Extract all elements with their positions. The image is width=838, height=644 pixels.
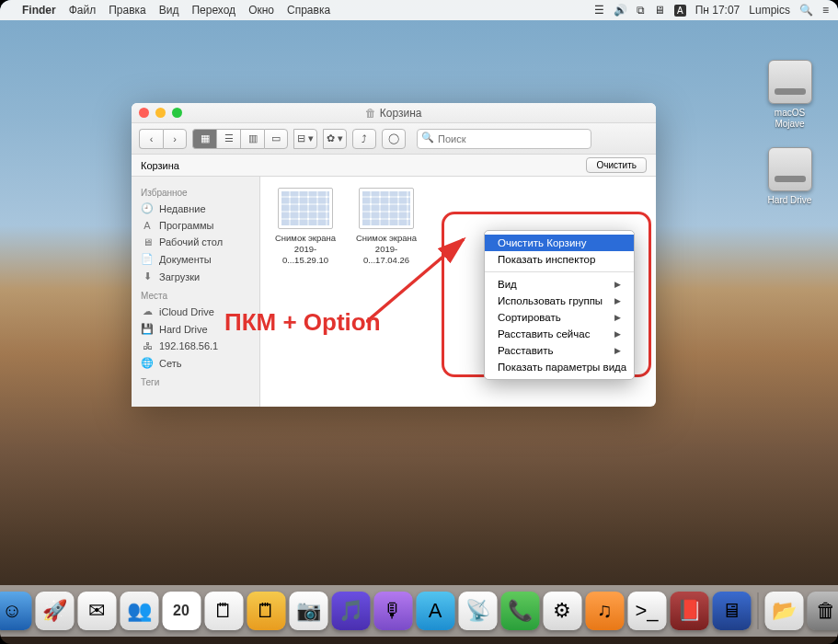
menu-file[interactable]: Файл — [69, 4, 97, 17]
context-menu-item[interactable]: Расставить▶ — [485, 342, 634, 359]
sidebar-item-label: Документы — [159, 254, 212, 265]
window-title: 🗑 Корзина — [132, 107, 656, 120]
view-columns-button[interactable]: ▥ — [240, 129, 264, 149]
sidebar-item[interactable]: 🖥Рабочий стол — [132, 234, 259, 250]
view-list-button[interactable]: ☰ — [216, 129, 240, 149]
location-bar: Корзина Очистить — [132, 155, 656, 177]
dock-item[interactable]: 🎙 — [373, 592, 412, 630]
dock-item[interactable]: 🗑 — [807, 592, 838, 630]
toolbar: ‹ › ▦ ☰ ▥ ▭ ⊟ ▾ ✿ ▾ ⤴ ◯ — [132, 123, 656, 155]
file-item[interactable]: Снимок экрана2019-0...15.29.10 — [271, 188, 339, 396]
sidebar-item[interactable]: 🕘Недавние — [132, 200, 259, 217]
file-thumbnail — [359, 188, 414, 229]
dock-item[interactable]: 📕 — [670, 592, 708, 630]
user-name[interactable]: Lumpics — [749, 4, 790, 17]
submenu-arrow-icon: ▶ — [614, 346, 621, 355]
titlebar[interactable]: 🗑 Корзина — [132, 103, 656, 123]
context-menu-item[interactable]: Вид▶ — [485, 276, 634, 293]
input-icon[interactable]: А — [674, 5, 686, 17]
menubar-app[interactable]: Finder — [22, 4, 56, 17]
sidebar-item[interactable]: 📄Документы — [132, 250, 259, 268]
dock-item[interactable]: 🎵 — [331, 592, 370, 630]
context-menu: Очистить КорзинуПоказать инспекторВид▶Ис… — [484, 230, 635, 380]
view-gallery-button[interactable]: ▭ — [264, 129, 288, 149]
action-dropdown[interactable]: ✿ ▾ — [323, 129, 347, 149]
dock-item[interactable]: 📞 — [500, 592, 539, 630]
dock-item[interactable]: >_ — [627, 592, 666, 630]
status-area: ☰ 🔊 ⧉ 🖥 А Пн 17:07 Lumpics 🔍 ≡ — [594, 4, 829, 17]
context-menu-item[interactable]: Сортировать▶ — [485, 309, 634, 326]
sidebar-group-header: Места — [132, 285, 259, 303]
submenu-arrow-icon: ▶ — [614, 313, 621, 322]
display-icon[interactable]: 🖥 — [654, 4, 665, 17]
menu-edit[interactable]: Правка — [109, 4, 146, 17]
search-input[interactable] — [417, 129, 591, 149]
empty-trash-button[interactable]: Очистить — [586, 157, 647, 173]
dock-item[interactable]: ♫ — [585, 592, 624, 630]
desktop-drive[interactable]: Hard Drive — [764, 147, 815, 206]
arrange-dropdown[interactable]: ⊟ ▾ — [293, 129, 317, 149]
dock-item[interactable]: ✉ — [77, 592, 116, 630]
dock-item[interactable]: ⚙ — [543, 592, 581, 630]
storage-icon[interactable]: ☰ — [594, 4, 604, 17]
drive-label: macOS Mojave — [764, 108, 815, 130]
context-menu-item[interactable]: Расставить сейчас▶ — [485, 326, 634, 342]
sidebar-item-label: Загрузки — [159, 271, 200, 282]
view-switcher: ▦ ☰ ▥ ▭ — [192, 129, 288, 149]
sidebar-item-icon: ☁ — [141, 305, 154, 317]
dock-item[interactable]: 🗒 — [204, 592, 243, 630]
volume-icon[interactable]: 🔊 — [614, 4, 627, 17]
sidebar-item[interactable]: 🌐Сеть — [132, 354, 259, 372]
forward-button[interactable]: › — [163, 129, 187, 149]
clock[interactable]: Пн 17:07 — [695, 4, 740, 17]
dock-item[interactable]: 🗒 — [247, 592, 285, 630]
dock-item[interactable]: 📂 — [764, 592, 803, 630]
file-thumbnail — [278, 188, 333, 229]
dock-item[interactable]: 📷 — [289, 592, 327, 630]
desktop-screen: Finder Файл Правка Вид Переход Окно Спра… — [0, 0, 838, 644]
sidebar-item-icon: ⬇ — [141, 270, 154, 282]
file-name: Снимок экрана2019-0...17.04.26 — [352, 233, 420, 266]
sidebar-item[interactable]: ⬇Загрузки — [132, 268, 259, 285]
context-menu-item[interactable]: Очистить Корзину — [485, 235, 634, 251]
sidebar-group-header: Теги — [132, 372, 259, 389]
sidebar-item-icon: 💾 — [141, 323, 154, 335]
notification-icon[interactable]: ≡ — [822, 4, 829, 17]
file-item[interactable]: Снимок экрана2019-0...17.04.26 — [352, 188, 420, 396]
dock-item[interactable]: 👥 — [120, 592, 158, 630]
sidebar-item-icon: 🌐 — [141, 357, 154, 369]
context-menu-item[interactable]: Использовать группы▶ — [485, 293, 634, 309]
context-menu-item[interactable]: Показать параметры вида — [485, 359, 634, 375]
sidebar-item-icon: 📄 — [141, 253, 154, 265]
sidebar-item[interactable]: 🖧192.168.56.1 — [132, 338, 259, 354]
tags-button[interactable]: ◯ — [382, 129, 406, 149]
dock-item[interactable]: 20 — [162, 592, 201, 630]
dock-item[interactable]: 🚀 — [35, 592, 74, 630]
menu-window[interactable]: Окно — [248, 4, 274, 17]
submenu-arrow-icon: ▶ — [614, 296, 621, 305]
back-button[interactable]: ‹ — [139, 129, 163, 149]
submenu-arrow-icon: ▶ — [614, 280, 621, 289]
sidebar-item-icon: 🖥 — [141, 236, 154, 247]
drive-icon — [768, 147, 812, 191]
dock-separator — [757, 592, 758, 629]
dock-item[interactable]: 📡 — [458, 592, 497, 630]
menu-help[interactable]: Справка — [287, 4, 330, 17]
share-button[interactable]: ⤴ — [352, 129, 376, 149]
nav-buttons: ‹ › — [139, 129, 187, 149]
menu-go[interactable]: Переход — [191, 4, 235, 17]
sidebar-group-header: Избранное — [132, 182, 259, 200]
spotlight-icon[interactable]: 🔍 — [799, 4, 813, 17]
sidebar-item[interactable]: AПрограммы — [132, 217, 259, 234]
menu-view[interactable]: Вид — [159, 4, 179, 17]
dock-item[interactable]: A — [416, 592, 454, 630]
screen-share-icon[interactable]: ⧉ — [637, 4, 645, 17]
sidebar-item-label: iCloud Drive — [159, 306, 214, 317]
context-menu-item[interactable]: Показать инспектор — [485, 251, 634, 268]
submenu-arrow-icon: ▶ — [614, 329, 621, 339]
view-icon-button[interactable]: ▦ — [192, 129, 216, 149]
desktop-drive[interactable]: macOS Mojave — [764, 60, 815, 130]
dock-item[interactable]: 🖥 — [712, 592, 751, 630]
trash-icon: 🗑 — [365, 107, 376, 120]
dock-item[interactable]: ☺ — [0, 592, 31, 630]
